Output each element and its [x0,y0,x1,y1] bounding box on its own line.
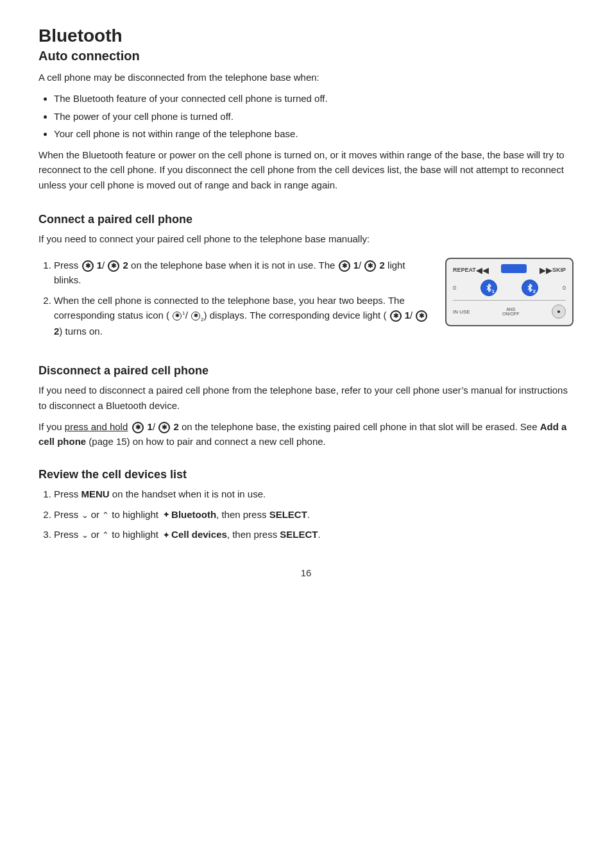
press-hold-text: press and hold [65,421,128,432]
disconnect-para2-suffix: (page 15) on how to pair and connect a n… [86,436,326,447]
connect-steps-list: Press ✱ 1/ ✱ 2 on the telephone base whe… [38,258,430,338]
connect-steps-text: Press ✱ 1/ ✱ 2 on the telephone base whe… [38,253,430,345]
bt-cell-icon-3: ✱ [339,260,350,272]
list-item: Press MENU on the handset when it is not… [54,487,574,501]
phone-base-illustration: REPEAT ◀◀ ▶▶ SKIP 0 1 [445,258,574,326]
connect-heading: Connect a paired cell phone [38,213,574,226]
power-button: ● [552,305,566,319]
zero-left: 0 [453,285,456,291]
bt-cell-icon-4: ✱ [364,260,376,272]
review-heading: Review the cell devices list [38,468,574,481]
phone-top-controls: REPEAT ◀◀ ▶▶ SKIP [453,264,566,276]
bt-status-icon-2: ✱ [191,312,200,321]
list-item: When the cell phone is connected to the … [54,293,430,339]
auto-connection-heading: Auto connection [38,49,574,63]
bt-device-icon-2: ✱ [416,310,427,322]
forward-icon: ▶▶ [540,265,552,275]
phone-bottom-controls: IN USE ANSON/OFF ● [453,300,566,319]
phone-mid-controls: 0 1 2 0 [453,280,566,296]
connect-section: Connect a paired cell phone If you need … [38,213,574,346]
ans-label: ANSON/OFF [502,307,519,316]
arrow-up-icon-1: ⌃ [102,509,109,522]
bt-button-2: 2 [522,280,538,296]
page-number: 16 [38,567,574,578]
disconnect-para2-prefix: If you [38,421,65,432]
rewind-icon: ◀◀ [476,265,489,275]
connect-intro: If you need to connect your paired cell … [38,231,574,246]
connect-flex-layout: Press ✱ 1/ ✱ 2 on the telephone base whe… [38,253,574,345]
list-item: The Bluetooth feature of your connected … [54,91,574,106]
bt-cell-icon-2: ✱ [108,260,119,272]
disconnect-section: Disconnect a paired cell phone If you ne… [38,364,574,449]
disconnect-heading: Disconnect a paired cell phone [38,364,574,378]
phone-display-screen [501,264,527,273]
bt-button-1: 1 [480,280,497,296]
list-item: Press ⌄ or ⌃ to highlight ✦Bluetooth, th… [54,507,574,522]
page-title: Bluetooth [38,26,574,46]
arrow-down-icon-2: ⌄ [81,529,89,542]
review-steps-list: Press MENU on the handset when it is not… [38,487,574,542]
auto-connection-list: The Bluetooth feature of your connected … [38,91,574,141]
list-item: Press ⌄ or ⌃ to highlight ✦Cell devices,… [54,527,574,542]
disconnect-para2: If you press and hold ✱ 1/ ✱ 2 on the te… [38,419,574,449]
zero-right: 0 [563,285,566,291]
bt-cell-icon-1: ✱ [82,260,94,272]
auto-connection-section: Auto connection A cell phone may be disc… [38,49,574,192]
bt-icon-2: ✱ [158,422,170,433]
skip-label: SKIP [552,267,566,273]
list-item: Press ✱ 1/ ✱ 2 on the telephone base whe… [54,258,430,288]
arrow-up-icon-2: ⌃ [102,529,109,542]
repeat-label: REPEAT [453,267,476,273]
bt-device-icon-1: ✱ [390,310,402,322]
bt-status-icon-1: ✱ [173,312,182,321]
in-use-label: IN USE [453,309,470,315]
phone-base-diagram: REPEAT ◀◀ ▶▶ SKIP 0 1 [445,258,574,326]
auto-connection-followup: When the Bluetooth feature or power on t… [38,147,574,192]
disconnect-para1: If you need to disconnect a paired cell … [38,383,574,413]
bt-icon-bluetooth: ✦ [162,511,171,520]
list-item: Your cell phone is not within range of t… [54,126,574,141]
auto-connection-intro: A cell phone may be disconnected from th… [38,70,574,85]
bt-icon-cell: ✦ [162,531,171,540]
arrow-down-icon-1: ⌄ [81,509,89,522]
disconnect-para2-mid: on the telephone base, the existing pair… [182,421,540,432]
bt-icon-1: ✱ [132,422,144,433]
review-section: Review the cell devices list Press MENU … [38,468,574,542]
list-item: The power of your cell phone is turned o… [54,109,574,124]
